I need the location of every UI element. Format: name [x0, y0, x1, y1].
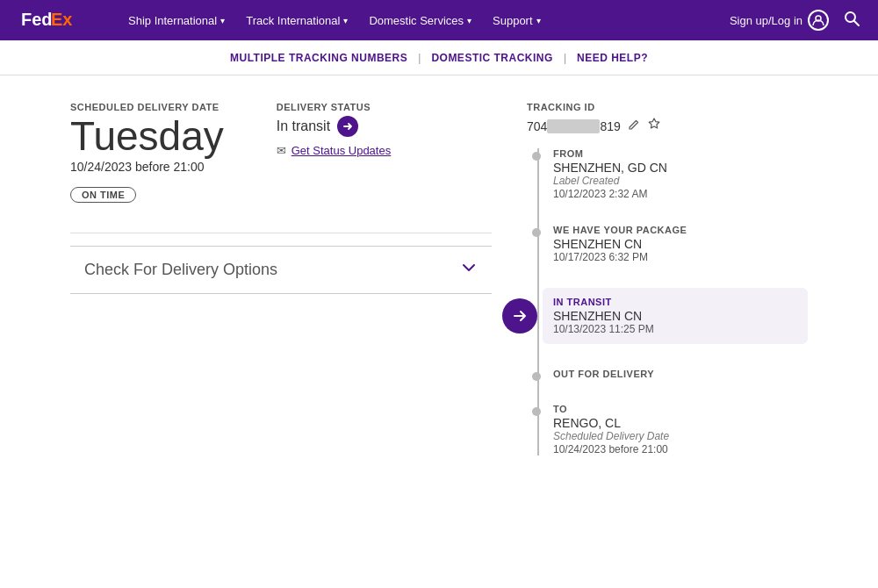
- navbar: Fed Ex Ship International ▾ Track Intern…: [0, 0, 878, 40]
- timeline-event-out-for-delivery: OUT FOR DELIVERY: [553, 369, 808, 379]
- nav-track-international-label: Track International: [246, 14, 340, 27]
- user-icon: [808, 10, 829, 31]
- fedex-logo[interactable]: Fed Ex: [18, 9, 81, 32]
- delivery-options-accordion[interactable]: Check For Delivery Options: [70, 246, 492, 294]
- tracking-id-suffix: 819: [600, 119, 620, 133]
- tracking-id-prefix: 704: [527, 119, 547, 133]
- nav-ship-international[interactable]: Ship International ▾: [119, 9, 234, 32]
- sub-nav-sep-2: |: [564, 52, 566, 64]
- timeline-event-from: FROM: [553, 148, 808, 159]
- delivery-options-label: Check For Delivery Options: [84, 261, 277, 279]
- timeline-location-from: SHENZHEN, GD CN: [553, 161, 808, 175]
- timeline-event-in-transit: IN TRANSIT: [553, 297, 797, 307]
- in-transit-text: In transit: [277, 118, 330, 134]
- star-icon[interactable]: [647, 118, 661, 134]
- delivery-status-label: DELIVERY STATUS: [277, 102, 391, 112]
- timeline-event-have-package: WE HAVE YOUR PACKAGE: [553, 225, 808, 235]
- timeline-item-from: FROM SHENZHEN, GD CN Label Created 10/12…: [553, 148, 808, 200]
- multiple-tracking-link[interactable]: MULTIPLE TRACKING NUMBERS: [230, 52, 407, 64]
- timeline-item-to: TO RENGO, CL Scheduled Delivery Date 10/…: [553, 404, 808, 455]
- sub-nav-sep-1: |: [418, 52, 421, 64]
- in-transit-arrow-icon: [337, 116, 358, 137]
- nav-domestic-services-chevron: ▾: [467, 16, 471, 25]
- sub-navbar: MULTIPLE TRACKING NUMBERS | DOMESTIC TRA…: [0, 40, 878, 75]
- in-transit-row: In transit: [277, 116, 391, 137]
- search-icon[interactable]: [843, 10, 860, 32]
- delivery-options-chevron: [460, 259, 478, 281]
- edit-icon[interactable]: [628, 118, 640, 133]
- nav-domestic-services-label: Domestic Services: [369, 14, 464, 27]
- delivery-status-section: DELIVERY STATUS In transit ✉ Get Status …: [277, 102, 391, 203]
- delivery-date: 10/24/2023 before 21:00: [70, 160, 224, 174]
- nav-ship-international-label: Ship International: [128, 14, 217, 27]
- label-created-time: 10/12/2023 2:32 AM: [553, 188, 808, 200]
- timeline-event-to: TO: [553, 404, 808, 414]
- nav-support[interactable]: Support ▾: [484, 9, 550, 32]
- domestic-tracking-link[interactable]: DOMESTIC TRACKING: [431, 52, 553, 64]
- timeline-dot-out-for-delivery: [532, 372, 541, 381]
- scheduled-delivery-section: SCHEDULED DELIVERY DATE Tuesday 10/24/20…: [70, 102, 224, 220]
- nav-support-chevron: ▾: [536, 16, 541, 25]
- timeline-item-in-transit: IN TRANSIT SHENZHEN CN 10/13/2023 11:25 …: [543, 288, 808, 344]
- mail-icon: ✉: [277, 144, 286, 157]
- timeline-time-have-package: 10/17/2023 6:32 PM: [553, 251, 808, 263]
- tracking-id-redacted: XXXXXX: [547, 119, 600, 133]
- main-content: SCHEDULED DELIVERY DATE Tuesday 10/24/20…: [0, 75, 878, 588]
- nav-right: Sign up/Log in: [730, 10, 860, 32]
- timeline-dot-in-transit: [502, 298, 537, 333]
- delivery-day: Tuesday: [70, 116, 224, 156]
- timeline-dot-from: [532, 152, 541, 161]
- signin-button[interactable]: Sign up/Log in: [730, 10, 829, 31]
- timeline-item-out-for-delivery: OUT FOR DELIVERY: [553, 369, 808, 379]
- scheduled-delivery-time: 10/24/2023 before 21:00: [553, 443, 808, 455]
- tracking-id-row: 704XXXXXX819: [527, 118, 808, 134]
- timeline-location-to: RENGO, CL: [553, 416, 808, 430]
- signin-label: Sign up/Log in: [730, 14, 802, 27]
- timeline-time-in-transit: 10/13/2023 11:25 PM: [553, 323, 797, 335]
- main-divider: [70, 233, 492, 233]
- status-update-row[interactable]: ✉ Get Status Updates: [277, 144, 391, 157]
- on-time-badge: ON TIME: [70, 187, 136, 203]
- nav-support-label: Support: [493, 14, 533, 27]
- tracking-timeline: FROM SHENZHEN, GD CN Label Created 10/12…: [527, 148, 808, 455]
- label-created-text: Label Created: [553, 175, 808, 187]
- timeline-dot-have-package: [532, 228, 541, 237]
- nav-ship-international-chevron: ▾: [220, 16, 225, 25]
- timeline-dot-to: [532, 407, 541, 416]
- nav-items: Ship International ▾ Track International…: [119, 9, 709, 32]
- nav-domestic-services[interactable]: Domestic Services ▾: [360, 9, 480, 32]
- need-help-link[interactable]: NEED HELP?: [577, 52, 648, 64]
- status-update-link[interactable]: Get Status Updates: [291, 144, 391, 157]
- tracking-id-value: 704XXXXXX819: [527, 119, 621, 133]
- tracking-id-label: TRACKING ID: [527, 102, 808, 112]
- timeline-location-have-package: SHENZHEN CN: [553, 237, 808, 251]
- nav-track-international[interactable]: Track International ▾: [237, 9, 356, 32]
- timeline-location-in-transit: SHENZHEN CN: [553, 309, 797, 323]
- timeline-item-have-package: WE HAVE YOUR PACKAGE SHENZHEN CN 10/17/2…: [553, 225, 808, 263]
- left-panel: SCHEDULED DELIVERY DATE Tuesday 10/24/20…: [70, 102, 492, 562]
- scheduled-label: SCHEDULED DELIVERY DATE: [70, 102, 224, 112]
- svg-text:Ex: Ex: [51, 10, 72, 29]
- svg-text:Fed: Fed: [21, 10, 53, 29]
- svg-line-5: [854, 20, 860, 25]
- nav-track-international-chevron: ▾: [343, 16, 348, 25]
- scheduled-delivery-sub: Scheduled Delivery Date: [553, 430, 808, 442]
- right-panel: TRACKING ID 704XXXXXX819 FROM: [527, 102, 808, 562]
